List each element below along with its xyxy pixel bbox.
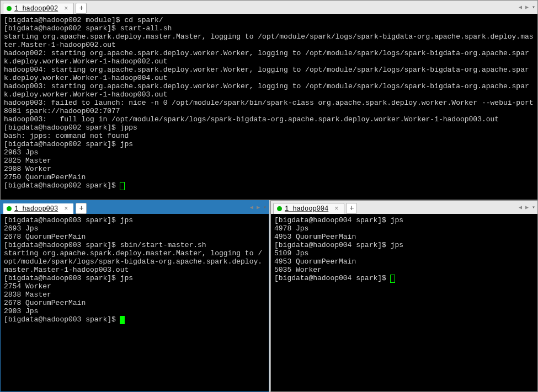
new-tab-button[interactable]: +: [76, 203, 87, 214]
tabbar-controls: ◀ ▶ ▾: [250, 201, 267, 214]
close-icon[interactable]: ×: [64, 5, 68, 13]
nav-left-icon[interactable]: ◀: [250, 204, 253, 211]
close-icon[interactable]: ×: [64, 205, 68, 213]
new-tab-button[interactable]: +: [76, 3, 87, 14]
dropdown-icon[interactable]: ▾: [532, 204, 535, 211]
dropdown-icon[interactable]: ▾: [532, 4, 535, 10]
terminal-hadoop002[interactable]: [bigdata@hadoop002 module]$ cd spark/ [b…: [1, 14, 537, 200]
plus-icon: +: [349, 204, 354, 213]
new-tab-button[interactable]: +: [346, 203, 357, 214]
tab-hadoop002[interactable]: 1 hadoop002 ×: [3, 3, 74, 14]
nav-right-icon[interactable]: ▶: [525, 204, 529, 211]
pane-hadoop002: 1 hadoop002 × + ◀ ▶ ▾ [bigdata@hadoop002…: [0, 0, 538, 200]
pane-hadoop004: 1 hadoop004 × + ◀ ▶ ▾ [bigdata@hadoop004…: [270, 200, 538, 392]
tabbar-controls: ◀ ▶ ▾: [519, 1, 535, 14]
nav-right-icon[interactable]: ▶: [525, 4, 529, 10]
terminal-hadoop003[interactable]: [bigdata@hadoop003 spark]$ jps 2693 Jps …: [1, 214, 269, 391]
tab-hadoop003[interactable]: 1 hadoop003 ×: [3, 203, 74, 214]
pane-hadoop003: 1 hadoop003 × + ◀ ▶ ▾ [bigdata@hadoop003…: [0, 200, 269, 392]
tab-label: 1 hadoop002: [14, 5, 58, 13]
nav-right-icon[interactable]: ▶: [257, 204, 260, 211]
tab-hadoop004[interactable]: 1 hadoop004 ×: [273, 203, 344, 214]
terminal-hadoop004[interactable]: [bigdata@hadoop004 spark]$ jps 4978 Jps …: [271, 214, 537, 391]
close-icon[interactable]: ×: [334, 205, 338, 213]
dropdown-icon[interactable]: ▾: [263, 204, 267, 211]
nav-left-icon[interactable]: ◀: [519, 204, 522, 211]
tab-label: 1 hadoop004: [285, 205, 328, 213]
status-dot-icon: [7, 206, 12, 211]
tab-label: 1 hadoop003: [14, 205, 58, 213]
plus-icon: +: [79, 4, 83, 13]
nav-left-icon[interactable]: ◀: [519, 4, 522, 10]
plus-icon: +: [79, 204, 83, 213]
status-dot-icon: [277, 206, 282, 211]
tabbar-left: 1 hadoop003 × + ◀ ▶ ▾: [1, 201, 269, 214]
tabbar-right: 1 hadoop004 × + ◀ ▶ ▾: [271, 201, 537, 214]
status-dot-icon: [7, 6, 12, 11]
tabbar-controls: ◀ ▶ ▾: [519, 201, 535, 214]
tabbar-top: 1 hadoop002 × + ◀ ▶ ▾: [1, 1, 537, 14]
